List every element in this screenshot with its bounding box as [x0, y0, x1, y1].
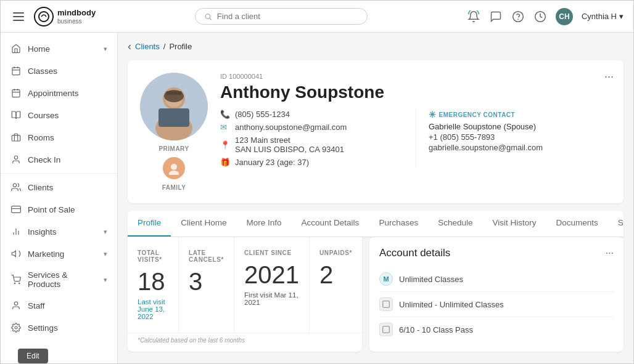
stat-total-visits-sub: Last visit June 13, 2022: [138, 298, 168, 320]
tab-visit-history[interactable]: Visit History: [482, 211, 546, 237]
sidebar-label-appointments: Appointments: [28, 89, 107, 98]
acc-icon-r1: [379, 297, 393, 311]
stats-row: TOTAL VISITS* 18 Last visit June 13, 202…: [128, 237, 362, 333]
back-arrow[interactable]: ‹: [128, 40, 131, 53]
tab-documents[interactable]: Documents: [546, 211, 607, 237]
sidebar-item-courses[interactable]: Courses: [1, 104, 117, 126]
sidebar-label-classes: Classes: [28, 67, 107, 76]
logo: mindbody business: [34, 7, 96, 26]
user-name[interactable]: Cynthia H ▾: [582, 12, 624, 21]
sidebar-item-pos[interactable]: Point of Sale: [1, 198, 117, 220]
svg-rect-37: [383, 326, 390, 333]
sidebar-label-checkin: Check In: [28, 155, 107, 164]
chat-icon[interactable]: [489, 10, 503, 23]
address-line1: 123 Main street: [235, 135, 344, 145]
svg-point-34: [171, 164, 177, 170]
stats-account-row: TOTAL VISITS* 18 Last visit June 13, 202…: [128, 237, 624, 352]
breadcrumb-current: Profile: [169, 42, 192, 51]
family-avatar[interactable]: [163, 157, 185, 179]
avatar-image: [140, 73, 208, 140]
tab-purchases[interactable]: Purchases: [369, 211, 428, 237]
sidebar-item-rooms[interactable]: Rooms: [1, 126, 117, 148]
sidebar-label-courses: Courses: [28, 111, 107, 120]
pos-icon: [10, 204, 22, 215]
classes-icon: [10, 65, 22, 76]
breadcrumb-clients[interactable]: Clients: [135, 42, 160, 51]
sidebar-item-home[interactable]: Home ▾: [1, 38, 117, 60]
notification-icon[interactable]: [467, 10, 480, 23]
svg-point-3: [513, 11, 524, 22]
profile-avatar: [140, 73, 208, 140]
stat-client-since: CLIENT SINCE 2021 First visit Mar 11, 20…: [234, 237, 310, 333]
account-item-1: Unlimited - Unlimited Classes: [379, 292, 614, 317]
account-details-header: Account details ···: [379, 247, 614, 259]
sidebar-item-insights[interactable]: Insights ▾: [1, 220, 117, 243]
emergency-star: ✳: [429, 110, 437, 119]
sidebar-item-clients[interactable]: Clients: [1, 176, 117, 198]
sidebar-item-settings[interactable]: Settings: [1, 317, 117, 339]
staff-icon: [10, 300, 22, 311]
contact-phone-row: 📞 (805) 555-1234: [220, 110, 416, 119]
acc-label-1: Unlimited - Unlimited Classes: [399, 300, 504, 309]
sidebar-label-services: Services & Products: [28, 270, 97, 289]
tabs-bar: Profile Client Home More Info Account De…: [128, 211, 624, 237]
svg-rect-17: [12, 206, 21, 213]
search-box[interactable]: [195, 8, 368, 25]
stat-client-since-value: 2021: [244, 261, 299, 289]
sidebar-item-staff[interactable]: Staff: [1, 294, 117, 317]
svg-point-0: [39, 12, 49, 22]
profile-avatar-section: PRIMARY FAMILY: [140, 73, 208, 191]
svg-point-16: [13, 184, 16, 187]
sidebar-item-classes[interactable]: Classes: [1, 60, 117, 82]
tab-client-home[interactable]: Client Home: [171, 211, 236, 237]
tab-profile[interactable]: Profile: [128, 211, 171, 237]
svg-rect-36: [383, 301, 390, 308]
clock-icon[interactable]: [533, 10, 547, 23]
hamburger-menu[interactable]: [10, 10, 27, 23]
stat-total-visits: TOTAL VISITS* 18 Last visit June 13, 202…: [128, 237, 179, 333]
stat-unpaids-value: 2: [319, 261, 352, 289]
stat-total-visits-label: TOTAL VISITS*: [138, 249, 168, 263]
svg-point-26: [15, 326, 17, 329]
tab-soap-notes[interactable]: SOAP No: [608, 211, 624, 237]
sidebar-label-marketing: Marketing: [28, 249, 97, 259]
address-line2: SAN LUIS OBISPO, CA 93401: [235, 145, 344, 154]
contact-email-row: ✉ anthony.soupstone@gmail.com: [220, 123, 416, 132]
sidebar-label-pos: Point of Sale: [28, 205, 107, 214]
header: mindbody business CH: [1, 1, 633, 33]
tab-schedule[interactable]: Schedule: [428, 211, 482, 237]
svg-rect-33: [166, 91, 182, 95]
sidebar-item-services[interactable]: Services & Products ▾: [1, 265, 117, 294]
emergency-section: ✳ EMERGENCY CONTACT Gabrielle Soupstone …: [416, 110, 611, 167]
svg-rect-30: [158, 108, 189, 127]
courses-icon: [10, 110, 22, 121]
stat-late-cancels: LATE CANCELS* 3: [179, 237, 234, 333]
sidebar-item-appointments[interactable]: Appointments: [1, 82, 117, 104]
tab-more-info[interactable]: More Info: [237, 211, 292, 237]
svg-point-15: [14, 156, 17, 159]
edit-button[interactable]: Edit: [18, 349, 48, 363]
acc-label-2: 6/10 - 10 Class Pass: [399, 325, 473, 334]
sidebar-item-checkin[interactable]: Check In: [1, 148, 117, 171]
location-icon: 📍: [220, 140, 230, 150]
sidebar-item-marketing[interactable]: Marketing ▾: [1, 243, 117, 265]
svg-point-24: [19, 283, 20, 283]
home-icon: [10, 43, 22, 54]
tab-account-details[interactable]: Account Details: [292, 211, 369, 237]
svg-rect-14: [12, 135, 20, 141]
logo-text: mindbody business: [57, 8, 96, 25]
acc-label-0: Unlimited Classes: [399, 275, 463, 284]
header-right: CH Cynthia H ▾: [467, 8, 624, 25]
profile-birthday: January 23 (age: 37): [235, 158, 309, 167]
rooms-icon: [10, 132, 22, 143]
header-left: mindbody business: [10, 7, 96, 26]
account-more-menu[interactable]: ···: [606, 248, 614, 259]
profile-phone: (805) 555-1234: [235, 110, 290, 119]
main-content: ‹ Clients / Profile ···: [118, 33, 633, 363]
sidebar-label-clients: Clients: [28, 183, 107, 192]
search-input[interactable]: [217, 12, 358, 21]
sidebar-label-settings: Settings: [28, 323, 107, 333]
profile-id: ID 100000041: [220, 73, 611, 80]
profile-more-menu[interactable]: ···: [604, 70, 614, 83]
help-icon[interactable]: [511, 10, 525, 23]
